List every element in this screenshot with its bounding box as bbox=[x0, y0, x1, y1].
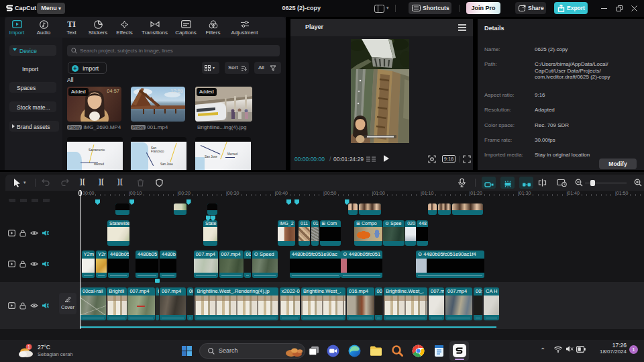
svg-text:1: 1 bbox=[28, 345, 30, 349]
